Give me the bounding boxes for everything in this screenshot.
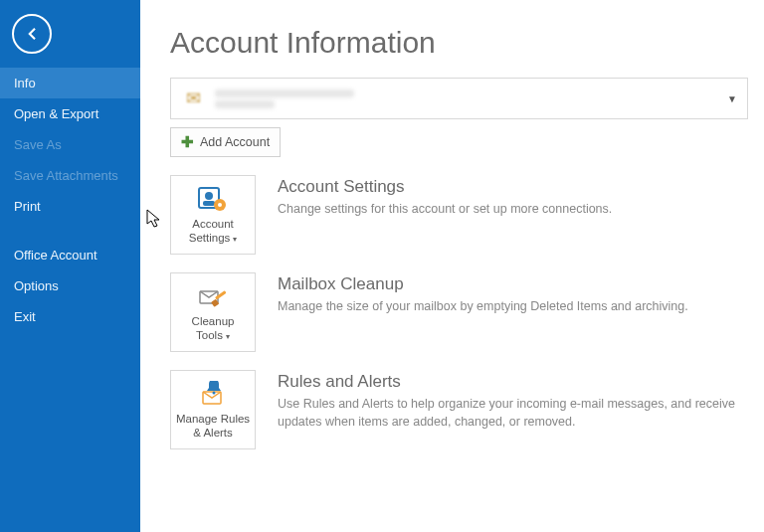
sidebar-item-exit[interactable]: Exit (0, 301, 140, 332)
svg-point-1 (205, 192, 213, 200)
cleanup-tools-button[interactable]: Cleanup Tools▾ (170, 272, 256, 352)
tile-label-line2: Settings (189, 232, 231, 244)
account-settings-button[interactable]: Account Settings▾ (170, 175, 256, 255)
sidebar-item-label: Exit (14, 309, 36, 324)
sidebar-item-label: Save As (14, 137, 62, 152)
card-heading: Rules and Alerts (278, 372, 748, 392)
card-account-settings: Account Settings▾ Account Settings Chang… (170, 175, 748, 255)
card-text: Mailbox Cleanup Manage the size of your … (278, 272, 748, 316)
card-heading: Mailbox Cleanup (278, 274, 748, 294)
page-title: Account Information (170, 26, 748, 60)
back-arrow-icon (23, 25, 41, 43)
sidebar-item-label: Open & Export (14, 106, 98, 121)
sidebar-item-open-export[interactable]: Open & Export (0, 98, 140, 129)
sidebar-item-label: Office Account (14, 248, 97, 263)
tile-label-line1: Account (192, 218, 234, 230)
sidebar-item-info[interactable]: Info (0, 68, 140, 98)
card-rules-alerts: Manage Rules & Alerts Rules and Alerts U… (170, 370, 748, 449)
sidebar-item-label: Print (14, 199, 41, 214)
card-text: Rules and Alerts Use Rules and Alerts to… (278, 370, 748, 431)
sidebar-item-options[interactable]: Options (0, 270, 140, 301)
dropdown-caret-icon: ▼ (727, 93, 737, 104)
sidebar-item-save-as: Save As (0, 129, 140, 160)
sidebar-item-print[interactable]: Print (0, 191, 140, 222)
card-description: Manage the size of your mailbox by empty… (278, 298, 735, 316)
card-description: Use Rules and Alerts to help organize yo… (278, 396, 735, 431)
account-name-redacted (215, 89, 721, 108)
sidebar-item-save-attachments: Save Attachments (0, 160, 140, 191)
add-account-label: Add Account (200, 135, 270, 149)
account-icon: ✉ (181, 87, 205, 110)
sidebar-item-label: Save Attachments (14, 168, 118, 183)
tile-label-line2: Tools (196, 329, 223, 341)
tile-label-line1: Manage Rules (176, 413, 250, 425)
add-account-button[interactable]: ✚ Add Account (170, 127, 281, 157)
backstage-sidebar: Info Open & Export Save As Save Attachme… (0, 0, 140, 532)
manage-rules-alerts-button[interactable]: Manage Rules & Alerts (170, 370, 256, 449)
card-description: Change settings for this account or set … (278, 201, 735, 219)
card-mailbox-cleanup: Cleanup Tools▾ Mailbox Cleanup Manage th… (170, 272, 748, 352)
sidebar-item-label: Info (14, 76, 36, 90)
svg-point-4 (218, 203, 222, 207)
rules-alerts-icon (197, 381, 229, 409)
plus-icon: ✚ (181, 133, 194, 151)
sidebar-item-office-account[interactable]: Office Account (0, 240, 140, 270)
cleanup-tools-icon (197, 283, 229, 311)
back-button[interactable] (12, 14, 52, 54)
sidebar-item-label: Options (14, 278, 59, 293)
account-settings-icon (197, 186, 229, 214)
tile-label-line1: Cleanup (192, 315, 235, 327)
tile-label-line2: & Alerts (193, 427, 233, 439)
main-panel: Account Information ✉ ▼ ✚ Add Account A (140, 0, 764, 532)
account-dropdown[interactable]: ✉ ▼ (170, 78, 748, 119)
card-heading: Account Settings (278, 177, 748, 197)
chevron-down-icon: ▾ (226, 332, 230, 341)
chevron-down-icon: ▾ (233, 235, 237, 244)
svg-rect-2 (203, 201, 215, 206)
card-text: Account Settings Change settings for thi… (278, 175, 748, 219)
svg-point-9 (213, 392, 216, 395)
